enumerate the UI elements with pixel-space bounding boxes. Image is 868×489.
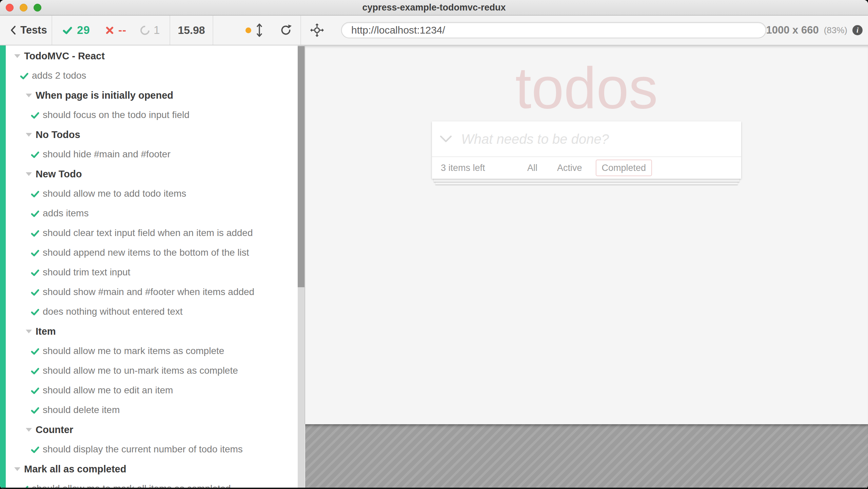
suite-row[interactable]: Counter (0, 420, 298, 439)
test-row[interactable]: should clear text input field when an it… (0, 223, 298, 243)
check-icon (31, 347, 40, 356)
filter-active[interactable]: Active (551, 160, 588, 176)
test-row[interactable]: should display the current number of tod… (0, 439, 298, 459)
suite-title: Counter (36, 424, 73, 435)
test-title: should trim text input (43, 267, 130, 278)
back-to-tests-button[interactable]: Tests (7, 16, 49, 45)
passing-indicator-bar (0, 45, 6, 489)
caret-down-icon (26, 330, 32, 333)
up-down-arrow-icon (256, 22, 263, 38)
check-icon (31, 268, 40, 277)
filter-completed[interactable]: Completed (595, 160, 652, 176)
reporter-sidebar: TodoMVC - Reactadds 2 todosWhen page is … (0, 45, 298, 489)
viewport-info[interactable]: 1000 x 660 (83%) (766, 16, 863, 45)
check-icon (31, 307, 40, 316)
check-icon (31, 209, 40, 218)
pending-stat: 1 (140, 16, 160, 45)
sidebar-scrollbar-track[interactable] (298, 45, 305, 489)
viewport-size: 1000 x 660 (766, 24, 818, 36)
check-icon (62, 25, 73, 35)
test-row[interactable]: should focus on the todo input field (0, 105, 298, 125)
window-bottom-edge (0, 488, 868, 489)
auto-scroll-toggle[interactable] (243, 16, 265, 45)
suite-title: New Todo (36, 169, 82, 180)
suite-row[interactable]: Mark all as completed (0, 459, 298, 479)
chevron-down-icon (439, 135, 452, 143)
sidebar-scrollbar-thumb[interactable] (298, 46, 305, 287)
caret-down-icon (26, 133, 32, 137)
test-title: should allow me to add todo items (43, 188, 186, 199)
check-icon (31, 111, 40, 120)
check-icon (31, 150, 40, 159)
suite-title: When page is initially opened (36, 90, 173, 101)
crosshair-icon (310, 23, 324, 37)
todo-filters: AllActiveCompleted (521, 160, 652, 176)
window-title: cypress-example-todomvc-redux (0, 0, 868, 15)
test-row[interactable]: should allow me to mark items as complet… (0, 341, 298, 361)
test-title: adds items (43, 208, 88, 219)
test-title: should allow me to edit an item (43, 385, 173, 396)
passed-count: 29 (77, 24, 90, 37)
suite-title: TodoMVC - React (24, 51, 105, 62)
test-title: does nothing without entered text (43, 306, 183, 317)
todo-footer: 3 items left AllActiveCompleted (432, 157, 741, 179)
toggle-all-button[interactable] (439, 135, 452, 143)
test-row[interactable]: should allow me to add todo items (0, 184, 298, 203)
suite-title: No Todos (36, 129, 80, 140)
suite-row[interactable]: When page is initially opened (0, 85, 298, 105)
filter-all[interactable]: All (521, 160, 544, 176)
x-icon (105, 26, 114, 35)
aut-overflow-area (305, 424, 868, 489)
check-icon (31, 288, 40, 297)
test-title: should allow me to mark items as complet… (43, 346, 224, 356)
check-icon (31, 229, 40, 238)
test-title: should show #main and #footer when items… (43, 287, 254, 297)
aut-frame: todos 3 items left AllActiveCompleted (304, 45, 868, 424)
toolbar-separator (52, 16, 52, 45)
new-todo-input[interactable] (460, 131, 734, 147)
cypress-runner-window: cypress-example-todomvc-redux Tests 29 -… (0, 0, 868, 489)
test-title: should hide #main and #footer (43, 149, 171, 160)
test-row[interactable]: should trim text input (0, 262, 298, 282)
pending-ring-icon (138, 24, 151, 37)
failed-stat: -- (105, 16, 126, 45)
check-icon (31, 386, 40, 395)
test-title: adds 2 todos (32, 70, 86, 81)
test-row[interactable]: should hide #main and #footer (0, 144, 298, 164)
test-row[interactable]: should allow me to edit an item (0, 380, 298, 400)
suite-row[interactable]: No Todos (0, 125, 298, 144)
test-row[interactable]: adds 2 todos (0, 66, 298, 85)
toolbar-separator (213, 16, 213, 45)
check-icon (31, 445, 40, 454)
todo-app-card: 3 items left AllActiveCompleted (432, 121, 741, 179)
test-row[interactable]: should allow me to un-mark items as comp… (0, 361, 298, 380)
chevron-left-icon (9, 25, 17, 35)
selector-playground-button[interactable] (308, 16, 326, 45)
suite-title: Mark all as completed (24, 464, 126, 475)
tests-button-label: Tests (20, 24, 47, 36)
caret-down-icon (26, 172, 32, 176)
caret-down-icon (14, 467, 20, 471)
rerun-tests-button[interactable] (277, 16, 295, 45)
test-title: should allow me to un-mark items as comp… (43, 365, 238, 376)
test-row[interactable]: should append new items to the bottom of… (0, 243, 298, 262)
suite-row[interactable]: Item (0, 321, 298, 341)
test-title: should focus on the todo input field (43, 110, 190, 120)
failed-count: -- (118, 24, 126, 37)
test-row[interactable]: does nothing without entered text (0, 302, 298, 321)
runner-toolbar: Tests 29 -- 1 15.98 (0, 16, 868, 45)
suite-title: Item (36, 326, 56, 337)
aut-url: http://localhost:1234/ (351, 24, 445, 36)
test-row[interactable]: should show #main and #footer when items… (0, 282, 298, 302)
test-title: should display the current number of tod… (43, 444, 243, 455)
aut-url-bar[interactable]: http://localhost:1234/ (341, 22, 766, 38)
orange-dot-icon (245, 27, 251, 33)
test-row[interactable]: adds items (0, 203, 298, 223)
suite-row[interactable]: TodoMVC - React (0, 46, 298, 66)
check-icon (20, 71, 29, 80)
suite-row[interactable]: New Todo (0, 164, 298, 184)
test-row[interactable]: should delete item (0, 400, 298, 420)
info-icon[interactable] (852, 25, 863, 35)
viewport-zoom: (83%) (824, 25, 847, 36)
check-icon (31, 366, 40, 375)
